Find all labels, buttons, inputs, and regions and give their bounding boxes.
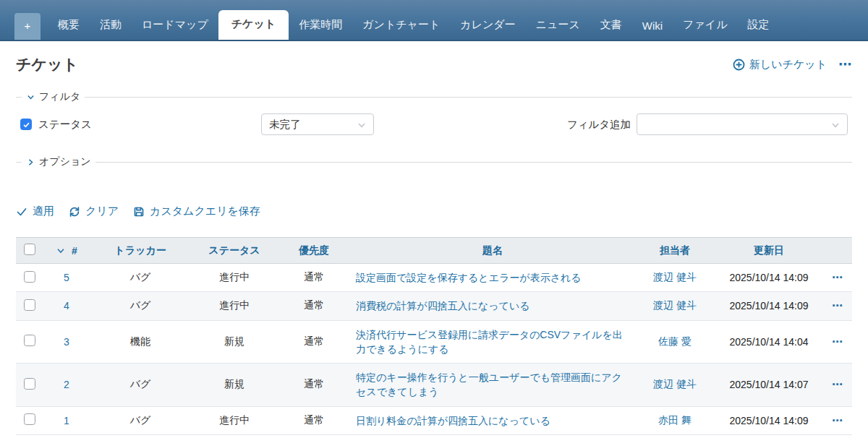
issue-assignee-link[interactable]: 赤田 舞 [658,414,692,426]
issue-assignee-link[interactable]: 渡辺 健斗 [653,378,697,390]
column-header-id[interactable]: # [72,245,77,257]
save-custom-query-button[interactable]: カスタムクエリを保存 [133,205,260,218]
filters-fieldset: フィルタ ステータス 未完了 フィルタ追加 [16,90,852,147]
issue-subject-link[interactable]: 日割り料金の計算が四捨五入になっている [356,415,550,426]
chevron-right-icon [26,158,35,167]
issue-priority: 通常 [278,406,350,434]
issue-subject-link[interactable]: 設定画面で設定を保存するとエラーが表示される [356,272,582,283]
issue-row: 1 バグ 進行中 通常 日割り料金の計算が四捨五入になっている 赤田 舞 202… [16,406,852,434]
status-filter-label: ステータス [38,118,92,132]
tab-issues[interactable]: チケット [218,10,289,40]
check-icon [16,206,27,218]
tab-overview[interactable]: 概要 [48,12,90,40]
issue-actions-button[interactable]: ⋯ [823,264,852,292]
issue-checkbox[interactable] [24,335,35,346]
column-header-priority[interactable]: 優先度 [278,238,350,264]
issue-subject-link[interactable]: 消費税の計算が四捨五入になっている [356,300,530,312]
issue-status: 進行中 [191,292,278,320]
chevron-down-icon[interactable] [56,246,66,256]
add-filter-label: フィルタ追加 [567,118,631,132]
issue-checkbox[interactable] [24,299,35,311]
issue-assignee-link[interactable]: 佐藤 愛 [658,335,692,347]
issue-assignee-link[interactable]: 渡辺 健斗 [653,299,697,311]
issue-actions-button[interactable]: ⋯ [823,406,852,434]
issue-updated: 2025/10/14 14:07 [715,364,823,407]
issue-status: 進行中 [191,264,278,292]
clear-label: クリア [85,205,119,218]
chevron-down-icon [356,119,367,131]
tab-files[interactable]: ファイル [673,12,737,40]
issue-actions-button[interactable]: ⋯ [823,320,852,364]
issue-tracker: バグ [90,364,191,407]
issue-row: 4 バグ 進行中 通常 消費税の計算が四捨五入になっている 渡辺 健斗 2025… [16,292,852,320]
issue-priority: 通常 [278,264,350,292]
add-filter-select[interactable] [637,113,848,135]
tab-documents[interactable]: 文書 [590,12,632,40]
column-header-assignee[interactable]: 担当者 [635,238,715,264]
chevron-down-icon [830,119,841,131]
save-icon [133,206,145,218]
issue-priority: 通常 [278,292,350,320]
column-header-updated[interactable]: 更新日 [715,238,823,264]
issue-tracker: 機能 [90,320,191,364]
options-legend-toggle[interactable]: オプション [22,155,95,168]
column-header-tracker[interactable]: トラッカー [90,238,191,264]
issue-checkbox[interactable] [24,378,35,390]
select-all-checkbox[interactable] [24,244,35,255]
issue-updated: 2025/10/14 14:09 [715,406,823,434]
column-header-status[interactable]: ステータス [191,238,278,264]
page-title: チケット [16,54,78,74]
tab-gantt[interactable]: ガントチャート [352,12,450,40]
issue-updated: 2025/10/14 14:09 [715,264,823,292]
save-custom-query-label: カスタムクエリを保存 [150,205,260,218]
issue-id-link[interactable]: 5 [64,272,69,283]
issue-id-link[interactable]: 1 [64,415,69,426]
issue-actions-button[interactable]: ⋯ [823,292,852,320]
issues-table: # トラッカー ステータス 優先度 題名 担当者 更新日 5 バグ 進行中 通常… [16,237,852,435]
plus-circle-icon [733,59,745,71]
status-operator-select[interactable]: 未完了 [261,113,374,135]
options-legend-label: オプション [39,155,91,168]
issue-checkbox[interactable] [24,413,35,425]
page-more-actions-button[interactable]: ⋯ [838,56,852,72]
issue-subject-link[interactable]: 決済代行サービス登録用に請求データのCSVファイルを出力できるようにする [356,329,623,355]
new-ticket-button[interactable]: 新しいチケット [733,58,827,72]
issue-checkbox[interactable] [24,271,35,283]
options-fieldset: オプション [16,155,852,170]
status-filter-checkbox[interactable] [20,119,32,130]
issue-status: 新規 [191,364,278,407]
issue-subject-link[interactable]: 特定のキー操作を行うと一般ユーザーでも管理画面にアクセスできてしまう [356,372,622,398]
issue-actions-button[interactable]: ⋯ [823,364,852,407]
chevron-down-icon [26,93,35,102]
new-ticket-label: 新しいチケット [749,58,827,72]
filters-legend-label: フィルタ [39,90,80,103]
clear-button[interactable]: クリア [69,205,119,218]
issue-row: 5 バグ 進行中 通常 設定画面で設定を保存するとエラーが表示される 渡辺 健斗… [16,264,852,292]
table-header-row: # トラッカー ステータス 優先度 題名 担当者 更新日 [16,238,852,264]
issue-row: 3 機能 新規 通常 決済代行サービス登録用に請求データのCSVファイルを出力で… [16,320,852,364]
filters-legend-toggle[interactable]: フィルタ [22,90,85,103]
tab-activity[interactable]: 活動 [90,12,132,40]
tab-roadmap[interactable]: ロードマップ [132,12,218,40]
tab-spent-time[interactable]: 作業時間 [289,12,352,40]
tab-wiki[interactable]: Wiki [632,13,673,40]
project-tab-bar: + 概要 活動 ロードマップ チケット 作業時間 ガントチャート カレンダー ニ… [0,0,868,41]
apply-button[interactable]: 適用 [16,205,54,218]
issue-priority: 通常 [278,320,350,364]
tab-settings[interactable]: 設定 [737,12,779,40]
tab-news[interactable]: ニュース [526,12,590,40]
issue-tracker: バグ [90,264,191,292]
issue-updated: 2025/10/14 14:04 [715,320,823,364]
issue-priority: 通常 [278,364,350,407]
new-object-plus-tab[interactable]: + [14,13,41,40]
issue-status: 進行中 [191,406,278,434]
column-header-subject[interactable]: 題名 [350,238,635,264]
check-icon [22,121,30,129]
issue-id-link[interactable]: 3 [64,336,69,348]
issue-id-link[interactable]: 2 [64,379,69,390]
issue-assignee-link[interactable]: 渡辺 健斗 [653,271,697,283]
tab-calendar[interactable]: カレンダー [450,12,525,40]
issue-status: 新規 [191,320,278,364]
issue-id-link[interactable]: 4 [64,300,69,312]
apply-label: 適用 [33,205,54,218]
